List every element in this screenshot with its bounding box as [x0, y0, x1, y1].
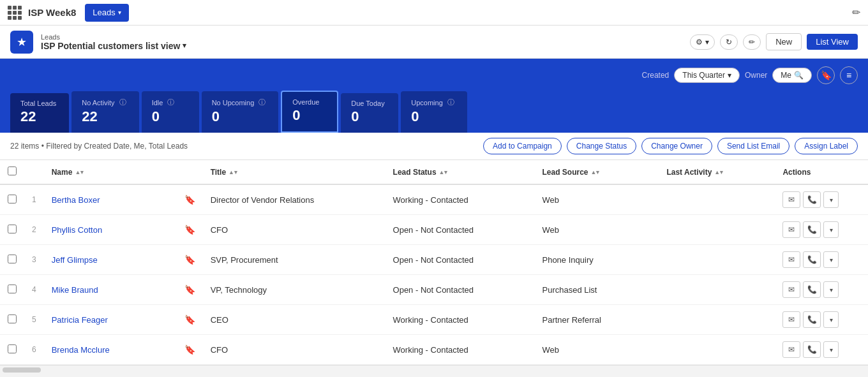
stat-card-due-today[interactable]: Due Today 0 — [341, 93, 398, 133]
search-icon: 🔍 — [794, 71, 804, 80]
row-checkbox-3[interactable] — [8, 285, 17, 293]
lead-status-cell: Working - Contacted — [385, 335, 535, 365]
row-bookmark-icon[interactable]: 🔖 — [184, 225, 195, 235]
table-row: 2 Phyllis Cotton 🔖 CFO Open - Not Contac… — [0, 215, 868, 245]
table-row: 6 Brenda Mcclure 🔖 CFO Working - Contact… — [0, 335, 868, 365]
row-checkbox-cell — [0, 184, 24, 215]
actions-cell: ✉ 📞 ▾ — [775, 305, 868, 335]
owner-me-filter[interactable]: Me 🔍 — [772, 68, 812, 83]
title-cell: CEO — [203, 305, 385, 335]
stat-info-icon[interactable]: ⓘ — [258, 98, 266, 107]
phone-action-button[interactable]: 📞 — [803, 311, 821, 328]
name-sort-icon[interactable]: ▲▾ — [75, 169, 84, 175]
lead-name-cell: Jeff Glimpse — [44, 245, 177, 275]
title-sort-icon[interactable]: ▲▾ — [228, 169, 237, 175]
lead-name-link[interactable]: Jeff Glimpse — [52, 255, 98, 265]
stat-card-overdue[interactable]: Overdue 0 — [281, 91, 338, 133]
lead-source-cell: Web — [534, 335, 659, 365]
header-text: Leads ISP Potential customers list view … — [41, 33, 186, 51]
header-brand-icon: ★ — [10, 31, 33, 54]
phone-action-button[interactable]: 📞 — [803, 191, 821, 208]
stat-info-icon[interactable]: ⓘ — [119, 98, 126, 107]
add-campaign-button[interactable]: Add to Campaign — [483, 138, 562, 154]
phone-action-button[interactable]: 📞 — [803, 251, 821, 268]
new-button[interactable]: New — [766, 33, 802, 50]
stat-card-upcoming[interactable]: Upcomingⓘ 0 — [401, 91, 467, 133]
leads-table: Name ▲▾ Title ▲▾ Lead Status ▲▾ — [0, 160, 868, 365]
row-dropdown-button[interactable]: ▾ — [823, 251, 839, 268]
row-bookmark-icon[interactable]: 🔖 — [184, 195, 195, 205]
email-action-button[interactable]: ✉ — [782, 311, 800, 328]
lead-name-link[interactable]: Phyllis Cotton — [52, 225, 102, 235]
stat-card-idle[interactable]: Idleⓘ 0 — [142, 91, 199, 133]
phone-action-button[interactable]: 📞 — [803, 341, 821, 358]
scroll-thumb[interactable] — [3, 367, 41, 373]
send-email-button[interactable]: Send List Email — [717, 138, 789, 154]
row-checkbox-2[interactable] — [8, 255, 17, 263]
table-row: 5 Patricia Feager 🔖 CEO Working - Contac… — [0, 305, 868, 335]
bookmark-filter-button[interactable]: 🔖 — [817, 66, 835, 84]
assign-label-button[interactable]: Assign Label — [795, 138, 858, 154]
row-num: 6 — [24, 335, 44, 365]
row-checkbox-cell — [0, 335, 24, 365]
actions-cell: ✉ 📞 ▾ — [775, 215, 868, 245]
stat-label: Overdue — [292, 98, 324, 106]
row-checkbox-1[interactable] — [8, 225, 17, 233]
settings-button[interactable]: ⚙ ▾ — [690, 34, 715, 50]
refresh-button[interactable]: ↻ — [720, 34, 738, 50]
list-filter-button[interactable]: ≡ — [840, 66, 858, 84]
lead-name-link[interactable]: Bertha Boxer — [52, 195, 100, 205]
row-checkbox-4[interactable] — [8, 314, 17, 323]
lead-status-sort-icon[interactable]: ▲▾ — [439, 169, 448, 175]
row-bookmark-icon[interactable]: 🔖 — [184, 255, 195, 265]
bookmark-cell: 🔖 — [177, 184, 203, 215]
email-action-button[interactable]: ✉ — [782, 341, 800, 358]
phone-action-button[interactable]: 📞 — [803, 221, 821, 238]
stat-card-total-leads[interactable]: Total Leads 22 — [10, 93, 69, 133]
stat-label: Due Today — [351, 100, 385, 107]
last-activity-cell — [659, 245, 775, 275]
title-cell: CFO — [203, 215, 385, 245]
stats-filters: Created This Quarter ▾ Owner Me 🔍 🔖 ≡ — [10, 66, 858, 84]
row-dropdown-button[interactable]: ▾ — [823, 311, 839, 328]
th-last-activity: Last Activity ▲▾ — [659, 160, 775, 184]
row-dropdown-button[interactable]: ▾ — [823, 221, 839, 238]
stat-card-no-activity[interactable]: No Activityⓘ 22 — [71, 91, 138, 133]
last-activity-sort-icon[interactable]: ▲▾ — [714, 169, 723, 175]
stat-card-no-upcoming[interactable]: No Upcomingⓘ 0 — [202, 91, 279, 133]
select-all-checkbox[interactable] — [8, 166, 17, 175]
stat-value: 22 — [20, 108, 56, 125]
lead-name-link[interactable]: Patricia Feager — [52, 315, 108, 325]
row-bookmark-icon[interactable]: 🔖 — [184, 285, 195, 295]
lead-source-cell: Web — [534, 184, 659, 215]
this-quarter-filter[interactable]: This Quarter ▾ — [674, 68, 740, 83]
email-action-button[interactable]: ✉ — [782, 251, 800, 268]
lead-name-link[interactable]: Brenda Mcclure — [52, 345, 110, 355]
horizontal-scrollbar[interactable] — [0, 365, 868, 374]
row-dropdown-button[interactable]: ▾ — [823, 341, 839, 358]
email-action-button[interactable]: ✉ — [782, 281, 800, 298]
change-owner-button[interactable]: Change Owner — [641, 138, 712, 154]
app-grid-icon[interactable] — [8, 6, 22, 20]
phone-action-button[interactable]: 📞 — [803, 281, 821, 298]
row-checkbox-5[interactable] — [8, 344, 17, 353]
change-status-button[interactable]: Change Status — [567, 138, 636, 154]
row-bookmark-icon[interactable]: 🔖 — [184, 344, 195, 355]
lead-name-link[interactable]: Mike Braund — [52, 285, 98, 295]
leads-nav-tab[interactable]: Leads ▾ — [85, 4, 128, 22]
email-action-button[interactable]: ✉ — [782, 191, 800, 208]
stat-info-icon[interactable]: ⓘ — [167, 98, 174, 107]
row-dropdown-button[interactable]: ▾ — [823, 191, 839, 208]
email-action-button[interactable]: ✉ — [782, 221, 800, 238]
row-dropdown-button[interactable]: ▾ — [823, 281, 839, 298]
top-edit-icon[interactable]: ✏ — [852, 6, 860, 18]
list-view-button[interactable]: List View — [807, 34, 858, 50]
stat-info-icon[interactable]: ⓘ — [447, 98, 454, 107]
lead-source-sort-icon[interactable]: ▲▾ — [591, 169, 600, 175]
header-actions: ⚙ ▾ ↻ ✏ New List View — [690, 33, 858, 50]
row-checkbox-0[interactable] — [8, 195, 17, 203]
th-select-all — [0, 160, 24, 184]
bookmark-cell: 🔖 — [177, 215, 203, 245]
edit-button[interactable]: ✏ — [743, 34, 761, 50]
row-bookmark-icon[interactable]: 🔖 — [184, 314, 195, 325]
